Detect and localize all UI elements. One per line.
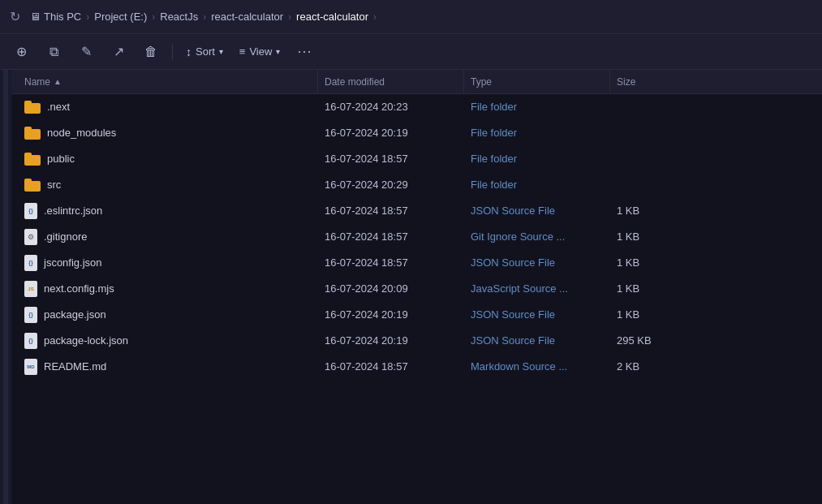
delete-button[interactable]: 🗑 (136, 39, 166, 65)
json-file-icon (24, 333, 37, 349)
table-row[interactable]: next.config.mjs16-07-2024 20:09JavaScrip… (11, 276, 822, 302)
file-name-text: README.md (44, 360, 106, 373)
file-type-cell: JSON Source File (464, 308, 610, 321)
table-row[interactable]: README.md16-07-2024 18:57Markdown Source… (11, 354, 822, 380)
file-name-cell: .eslintrc.json (18, 203, 318, 219)
file-type-cell: JavaScript Source ... (464, 282, 610, 295)
sort-chevron-icon: ▾ (219, 47, 223, 56)
file-size-cell: 1 KB (610, 282, 691, 295)
refresh-button[interactable]: ↻ (10, 9, 20, 24)
folder-icon (24, 179, 41, 192)
table-row[interactable]: package-lock.json16-07-2024 20:19JSON So… (11, 328, 822, 354)
view-chevron-icon: ▾ (276, 47, 280, 56)
table-row[interactable]: jsconfig.json16-07-2024 18:57JSON Source… (11, 250, 822, 276)
file-type-cell: Git Ignore Source ... (464, 230, 610, 243)
sort-button[interactable]: ↕ Sort ▾ (179, 39, 230, 65)
table-row[interactable]: node_modules16-07-2024 20:19File folder (11, 120, 822, 146)
file-type-cell: JSON Source File (464, 334, 610, 347)
breadcrumb-sep-0: › (86, 11, 89, 23)
new-item-button[interactable]: ⊕ (6, 39, 36, 65)
name-sort-arrow: ▲ (54, 77, 62, 86)
file-type-cell: JSON Source File (464, 256, 610, 269)
share-icon: ↗ (114, 44, 124, 59)
file-name-text: .next (47, 101, 70, 113)
header-size[interactable]: Size (610, 70, 691, 93)
table-row[interactable]: .eslintrc.json16-07-2024 18:57JSON Sourc… (11, 198, 822, 224)
file-name-cell: node_modules (18, 127, 318, 140)
breadcrumb-sep-1: › (152, 11, 155, 23)
file-date-cell: 16-07-2024 20:19 (318, 127, 464, 139)
delete-icon: 🗑 (144, 45, 157, 59)
monitor-icon: 🖥 (30, 11, 41, 23)
breadcrumb-sep-3: › (288, 11, 291, 23)
file-name-text: src (47, 179, 61, 191)
file-date-cell: 16-07-2024 20:09 (318, 282, 464, 295)
copy-icon: ⧉ (49, 45, 58, 59)
address-bar: ↻ 🖥 This PC › Project (E:) › ReactJs › r… (0, 0, 822, 34)
table-row[interactable]: public16-07-2024 18:57File folder (11, 146, 822, 172)
file-name-text: node_modules (47, 127, 116, 139)
file-name-cell: .next (18, 101, 318, 114)
file-name-text: next.config.mjs (44, 282, 114, 295)
header-type[interactable]: Type (464, 70, 610, 93)
file-size-cell: 1 KB (610, 230, 691, 243)
file-size-cell: 1 KB (610, 256, 691, 269)
file-name-text: package.json (44, 308, 106, 321)
file-date-cell: 16-07-2024 20:19 (318, 334, 464, 347)
toolbar-separator-1 (172, 44, 173, 60)
rename-icon: ✎ (81, 44, 92, 59)
file-date-cell: 16-07-2024 18:57 (318, 230, 464, 243)
breadcrumb-react-calc-2[interactable]: react-calculator (296, 11, 368, 23)
json-file-icon (24, 307, 37, 323)
file-size-cell: 295 KB (610, 334, 691, 347)
file-name-text: .gitignore (44, 230, 87, 243)
json-file-icon (24, 255, 37, 271)
file-list: Name ▲ Date modified Type Size .next16-0… (11, 70, 822, 504)
file-type-cell: JSON Source File (464, 205, 610, 217)
table-rows[interactable]: .next16-07-2024 20:23File foldernode_mod… (11, 94, 822, 504)
folder-icon (24, 101, 41, 114)
header-date-modified[interactable]: Date modified (318, 70, 464, 93)
scrollbar-track (3, 70, 8, 504)
table-row[interactable]: src16-07-2024 20:29File folder (11, 172, 822, 198)
git-file-icon (24, 229, 37, 245)
breadcrumb-sep-4: › (373, 11, 377, 23)
file-type-cell: File folder (464, 127, 610, 139)
md-file-icon (24, 359, 37, 375)
table-row[interactable]: .next16-07-2024 20:23File folder (11, 94, 822, 120)
table-row[interactable]: package.json16-07-2024 20:19JSON Source … (11, 302, 822, 328)
file-date-cell: 16-07-2024 18:57 (318, 360, 464, 373)
breadcrumb-react-calc-1[interactable]: react-calculator (211, 11, 283, 23)
file-type-cell: File folder (464, 101, 610, 113)
breadcrumb-this-pc[interactable]: 🖥 This PC (30, 11, 81, 23)
share-button[interactable]: ↗ (104, 39, 133, 65)
breadcrumb-reactjs[interactable]: ReactJs (160, 11, 198, 23)
file-date-cell: 16-07-2024 20:29 (318, 179, 464, 191)
breadcrumb-project-e[interactable]: Project (E:) (94, 11, 147, 23)
sort-icon: ↕ (186, 45, 192, 58)
file-name-text: package-lock.json (44, 334, 128, 347)
file-name-text: public (47, 153, 75, 165)
file-type-cell: File folder (464, 179, 610, 191)
view-icon: ≡ (239, 45, 246, 58)
file-size-cell: 1 KB (610, 308, 691, 321)
table-row[interactable]: .gitignore16-07-2024 18:57Git Ignore Sou… (11, 224, 822, 250)
file-date-cell: 16-07-2024 18:57 (318, 256, 464, 269)
file-date-cell: 16-07-2024 18:57 (318, 153, 464, 165)
header-name[interactable]: Name ▲ (18, 70, 318, 93)
file-type-cell: Markdown Source ... (464, 360, 610, 373)
new-item-icon: ⊕ (16, 44, 27, 59)
left-scrollbar[interactable] (0, 70, 11, 504)
rename-button[interactable]: ✎ (71, 39, 101, 65)
copy-path-button[interactable]: ⧉ (39, 39, 68, 65)
view-button[interactable]: ≡ View ▾ (233, 39, 287, 65)
file-date-cell: 16-07-2024 18:57 (318, 205, 464, 217)
file-date-cell: 16-07-2024 20:23 (318, 101, 464, 113)
js-file-icon (24, 281, 37, 297)
file-type-cell: File folder (464, 153, 610, 165)
file-date-cell: 16-07-2024 20:19 (318, 308, 464, 321)
more-options-button[interactable]: ··· (290, 39, 319, 65)
toolbar: ⊕ ⧉ ✎ ↗ 🗑 ↕ Sort ▾ ≡ View ▾ ··· (0, 34, 822, 70)
breadcrumb-sep-2: › (203, 11, 206, 23)
file-name-text: jsconfig.json (44, 256, 102, 269)
